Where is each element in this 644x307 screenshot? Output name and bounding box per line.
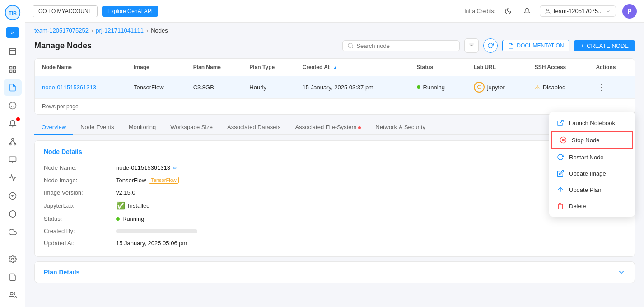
label-updated-at: Updated At: [44,240,116,247]
sidebar-expand-btn[interactable]: » [6,27,19,38]
search-box[interactable] [342,40,460,51]
tab-monitoring[interactable]: Monitoring [121,120,163,135]
sidebar-item-dashboard[interactable] [4,61,22,78]
svg-point-7 [9,102,16,109]
updated-at-value: 15 January, 2025 05:06 pm [116,240,187,247]
value-node-name: node-011515361313 ✏ [116,164,177,171]
breadcrumb-project[interactable]: prj-121711041111 [96,27,144,34]
col-status: Status [410,59,467,76]
breadcrumb-current: Nodes [151,27,168,34]
sidebar-item-storage[interactable] [4,206,22,222]
breadcrumb-team[interactable]: team-120517075252 [34,27,89,34]
section-title-text: Node Details [44,148,82,155]
search-input[interactable] [356,42,455,49]
breadcrumb-sep1: › [91,27,93,34]
image-name: TensorFlow [116,177,146,184]
avatar[interactable]: P [622,4,637,19]
launch-notebook-label: Launch Notebook [569,120,615,126]
value-updated-at: 15 January, 2025 05:06 pm [116,240,187,247]
filter-button[interactable] [464,38,479,53]
svg-point-12 [14,143,16,145]
col-actions: Actions [588,59,635,76]
breadcrumb-sep2: › [146,27,148,34]
svg-rect-3 [9,66,12,69]
dark-mode-toggle[interactable] [502,5,514,18]
action-menu-trigger[interactable]: ⋮ [596,83,607,92]
menu-item-restart-node[interactable]: Restart Node [549,149,635,165]
sidebar-item-cloud[interactable] [4,224,22,240]
menu-item-launch-notebook[interactable]: Launch Notebook [549,115,635,131]
tab-node-events[interactable]: Node Events [73,120,121,135]
col-created-at[interactable]: Created At ▲ [295,59,410,76]
sidebar-item-compute[interactable] [4,152,22,168]
svg-point-22 [10,292,13,295]
sidebar-item-team[interactable] [4,287,22,303]
created-by-placeholder [116,229,197,233]
svg-line-13 [10,140,12,143]
refresh-icon [487,42,494,49]
menu-item-update-image[interactable]: Update Image [549,165,635,181]
plan-expand-icon[interactable] [617,268,625,276]
stop-node-label: Stop Node [572,137,599,144]
sidebar-item-settings[interactable] [4,251,22,267]
status-value: Running [122,215,144,222]
sidebar-item-pipelines[interactable] [4,134,22,150]
value-created-by [116,229,197,233]
jupyter-label: jupyter [487,84,505,91]
col-plan-name: Plan Name [186,59,243,76]
svg-line-30 [560,120,563,123]
tab-network-security[interactable]: Network & Security [368,120,433,135]
cell-node-name: node-011515361313 [35,76,126,98]
tab-workspace-size[interactable]: Workspace Size [163,120,220,135]
sidebar-item-deploy[interactable] [4,188,22,204]
documentation-button[interactable]: DOCUMENTATION [502,40,569,51]
label-created-by: Created By: [44,228,116,234]
value-jupyterlab: ✅ Installed [116,201,149,210]
create-label: CREATE NODE [587,42,629,49]
doc-icon [508,43,514,49]
svg-rect-6 [13,70,15,73]
status-text: Running [423,84,445,91]
label-status: Status: [44,215,116,222]
sidebar-item-files[interactable] [4,43,22,60]
delete-icon [556,202,565,210]
sidebar-item-logs[interactable] [4,269,22,285]
notifications-icon[interactable] [521,5,533,18]
menu-item-update-plan[interactable]: Update Plan [549,181,635,198]
breadcrumb: team-120517075252 › prj-121711041111 › N… [25,23,644,37]
restart-icon [556,153,565,161]
sidebar-item-store[interactable] [4,98,22,114]
status-dot [417,85,420,89]
tab-associated-datasets[interactable]: Associated Datasets [220,120,288,135]
edit-node-name-icon[interactable]: ✏ [173,165,177,171]
label-node-name: Node Name: [44,164,116,171]
sidebar-item-models[interactable] [4,170,22,186]
svg-rect-5 [9,70,12,73]
genai-button[interactable]: Explore GenAI API [102,6,158,17]
create-node-button[interactable]: + CREATE NODE [574,40,635,51]
table-row[interactable]: node-011515361313 TensorFlow C3.8GB Hour… [35,76,635,98]
menu-item-delete[interactable]: Delete [549,198,635,214]
nodes-table-container: Node Name Image Plan Name Plan Type Crea… [34,58,635,115]
svg-point-24 [348,43,352,47]
svg-rect-15 [9,157,16,162]
status-indicator [116,217,120,221]
team-dropdown[interactable]: team-120517075... [540,5,616,17]
sort-icon: ▲ [333,65,337,70]
label-node-image: Node Image: [44,177,116,184]
refresh-button[interactable] [483,38,498,53]
page-header: Manage Nodes DOCUMENTATION + [25,37,644,58]
tab-overview[interactable]: Overview [34,120,73,135]
sidebar-item-nodes[interactable] [4,79,22,96]
chevron-down-icon [606,9,611,14]
update-plan-label: Update Plan [569,186,602,193]
value-status: Running [116,215,144,222]
delete-label: Delete [569,203,586,209]
myaccount-button[interactable]: GO TO MYACCOUNT [33,5,98,17]
logo: TIR [4,4,22,22]
menu-item-stop-node[interactable]: Stop Node [551,131,633,149]
sidebar-item-alerts[interactable] [4,116,22,132]
node-name-link[interactable]: node-011515361313 [42,84,96,91]
tab-associated-filesystem[interactable]: Associated File-System [288,120,369,135]
cell-plan-type: Hourly [242,76,295,98]
